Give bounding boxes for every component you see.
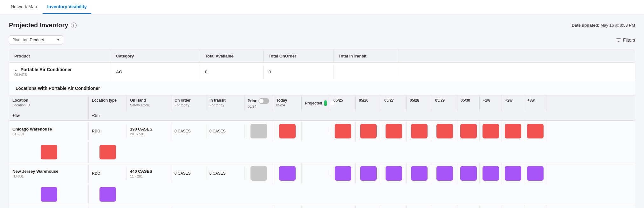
info-icon[interactable]: i: [71, 23, 77, 28]
today-square: [279, 124, 296, 138]
proj-square-8: [527, 124, 544, 138]
loc-proj-9: [9, 184, 89, 205]
loc-on-order: 0 CASES: [171, 167, 206, 180]
col-category: Category: [111, 50, 200, 62]
lth-d10: +4w: [9, 111, 89, 120]
loc-proj-placeholder: [302, 128, 330, 134]
lth-on-hand: On Hand Safety stock: [127, 96, 171, 111]
col-extra: [397, 50, 635, 62]
lth-location: Location Location ID: [9, 96, 89, 111]
date-updated: Date updated: May 16 at 8:58 PM: [572, 23, 635, 28]
loc-proj-3: [407, 163, 432, 184]
prior-toggle[interactable]: [258, 98, 269, 104]
loc-name-cell: New Jersey Warehouse NJ-001: [9, 164, 89, 183]
lth-d9: +3w: [524, 96, 546, 111]
proj-square-10: [99, 145, 116, 159]
loc-proj-5: [457, 205, 480, 208]
proj-square-4: [436, 166, 453, 181]
inventory-table: Product Category Total Available Total O…: [9, 50, 635, 208]
product-row: ▲ Portable Air Conditioner OLIVES AC 0 0: [9, 63, 635, 81]
proj-square-0: [335, 124, 351, 138]
loc-on-hand: 190 CASES 201 - 501: [127, 122, 171, 140]
loc-on-hand: 440 CASES 11 - 201: [127, 164, 171, 183]
loc-proj-placeholder: [302, 170, 330, 177]
col-total-available: Total Available: [200, 50, 264, 62]
loc-prior-cell: [244, 163, 273, 184]
proj-square-4: [436, 124, 453, 138]
filter-icon: [616, 37, 621, 43]
lth-today: Today 05/24: [273, 96, 302, 111]
table-row: New Jersey Warehouse NJ-001 RDC 440 CASE…: [9, 163, 635, 205]
proj-square-7: [505, 124, 521, 138]
product-name-cell: ▲ Portable Air Conditioner OLIVES: [9, 63, 111, 81]
loc-today-cell: [273, 121, 302, 142]
lth-d5: 05/29: [432, 96, 457, 111]
proj-square-6: [483, 124, 499, 138]
collapse-icon[interactable]: ▲: [14, 68, 17, 72]
product-total-in-transit: [333, 67, 397, 76]
loc-name-cell: Chicago Warehouse CH-001: [9, 122, 89, 140]
lth-in-transit: In transit For today: [206, 96, 244, 111]
loc-prior-cell: [244, 205, 273, 208]
loc-proj-2: [381, 205, 407, 208]
chevron-down-icon: ▼: [57, 38, 60, 42]
lth-d3: 05/27: [381, 96, 407, 111]
product-sub: OLIVES: [14, 73, 106, 77]
proj-square-7: [505, 166, 521, 181]
table-row: Chicago Warehouse CH-001 RDC 190 CASES 2…: [9, 121, 635, 163]
product-name: Portable Air Conditioner: [21, 67, 72, 72]
main-content: Projected Inventory i Date updated: May …: [0, 14, 644, 208]
loc-proj-8: [524, 205, 546, 208]
loc-proj-1: [356, 121, 381, 142]
loc-proj-2: [381, 163, 407, 184]
proj-square-8: [527, 166, 544, 181]
projected-toggle[interactable]: [324, 100, 327, 106]
main-table-header: Product Category Total Available Total O…: [9, 50, 635, 63]
product-category: AC: [111, 65, 200, 79]
loc-prior-cell: [244, 121, 273, 142]
lth-prior: Prior 05/24: [244, 96, 273, 111]
pivot-label: Pivot by: [12, 37, 27, 42]
proj-square-0: [335, 166, 351, 181]
location-table-header: Location Location ID Location type On Ha…: [9, 96, 635, 121]
loc-proj-8: [524, 121, 546, 142]
lth-d11: +1m: [89, 111, 127, 120]
locations-header: Locations With Portable Air Conditioner: [9, 81, 635, 96]
pivot-dropdown[interactable]: Product ▼: [30, 37, 60, 42]
nav-item-inventory-visibility[interactable]: Inventory Visibility: [43, 0, 91, 14]
filter-button[interactable]: Filters: [616, 37, 635, 43]
loc-on-order: 0 CASES: [171, 124, 206, 138]
proj-square-3: [411, 166, 428, 181]
loc-proj-1: [356, 205, 381, 208]
loc-proj-5: [457, 163, 480, 184]
pivot-select[interactable]: Pivot by Product ▼: [9, 35, 63, 44]
loc-proj-10: [89, 142, 127, 163]
loc-proj-0: [330, 121, 356, 142]
proj-square-3: [411, 124, 428, 138]
proj-square-9: [41, 187, 57, 202]
loc-proj-6: [480, 121, 502, 142]
today-square: [279, 166, 296, 181]
loc-proj-1: [356, 163, 381, 184]
loc-proj-3: [407, 121, 432, 142]
proj-square-10: [99, 187, 116, 202]
page-header: Projected Inventory i Date updated: May …: [9, 22, 635, 29]
proj-square-1: [360, 166, 377, 181]
proj-square-1: [360, 124, 377, 138]
proj-square-5: [460, 124, 477, 138]
loc-proj-7: [502, 205, 524, 208]
loc-proj-4: [432, 163, 457, 184]
product-total-on-order: 0: [264, 65, 333, 79]
nav-item-network-map[interactable]: Network Map: [6, 0, 41, 14]
loc-in-transit: 0 CASES: [206, 167, 244, 180]
loc-proj-7: [502, 163, 524, 184]
product-total-available: 0: [200, 65, 264, 79]
proj-square-2: [386, 124, 402, 138]
loc-in-transit: 0 CASES: [206, 124, 244, 138]
loc-proj-0: [330, 163, 356, 184]
lth-on-order: On order For today: [171, 96, 206, 111]
locations-section: Locations With Portable Air Conditioner …: [9, 81, 635, 208]
lth-d8: +2w: [502, 96, 524, 111]
lth-d6: 05/30: [457, 96, 480, 111]
page-title: Projected Inventory i: [9, 22, 77, 29]
